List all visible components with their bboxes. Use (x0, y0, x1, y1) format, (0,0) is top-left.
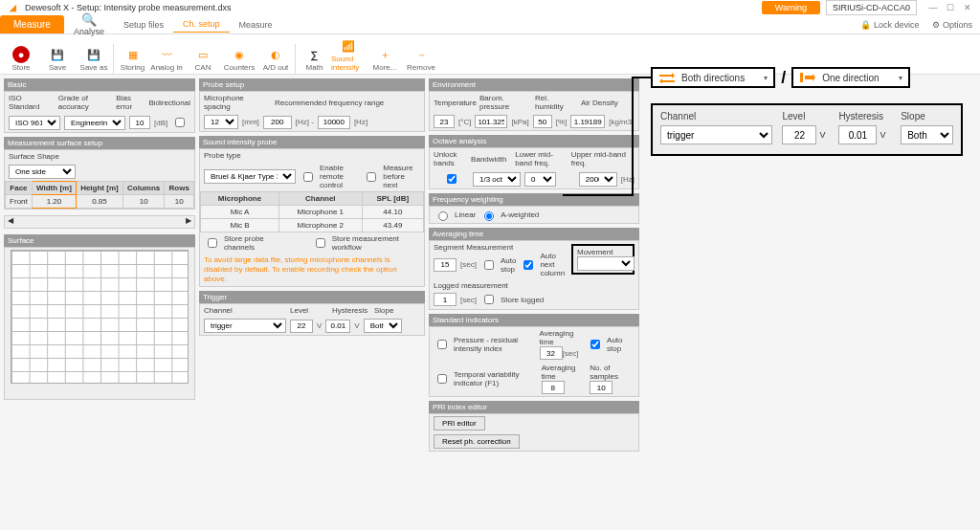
subtab-setup-files[interactable]: Setup files (114, 17, 173, 33)
search-icon: 🔍 (81, 12, 97, 27)
chevron-down-icon: ▾ (899, 74, 902, 82)
callout-hys-input[interactable] (838, 125, 877, 144)
temp-input[interactable] (434, 115, 455, 128)
tool-analog-in[interactable]: 〰Analog in (149, 44, 184, 74)
callout-level-input[interactable] (782, 125, 816, 144)
tool-save[interactable]: 💾Save (40, 44, 75, 74)
probe-type-select[interactable]: Bruel & Kjaer Type 3599 (204, 169, 296, 184)
options-link[interactable]: ⚙ Options (932, 20, 972, 30)
basic-header: Basic (4, 78, 195, 91)
tool-ad-out[interactable]: ◐A/D out (258, 44, 293, 74)
freq-lo-input[interactable] (263, 116, 292, 129)
measure-before-checkbox[interactable] (367, 172, 376, 182)
maximize-icon[interactable]: ☐ (944, 3, 957, 12)
tvi-checkbox[interactable] (437, 374, 447, 384)
bw-select[interactable]: 1/3 octave (473, 172, 521, 187)
trigger-level-input[interactable] (290, 320, 313, 333)
pri-editor-button[interactable]: PRI editor (434, 416, 485, 431)
lock-device-link[interactable]: 🔒 Lock device (860, 20, 919, 30)
device-label[interactable]: SIRIUSi-CD-ACCA0 (826, 0, 917, 15)
press-input[interactable] (475, 115, 507, 128)
std-header: Standard indicators (429, 314, 639, 326)
tool-math[interactable]: ∑Math (295, 44, 329, 74)
bidir-label: Bidirectional (148, 99, 190, 107)
tool-more[interactable]: ＋More... (368, 44, 402, 74)
bias-input[interactable] (129, 116, 150, 129)
grade-select[interactable]: Engineering (64, 116, 125, 130)
app-logo: ◢ (6, 1, 19, 14)
aweighted-radio[interactable] (484, 211, 494, 221)
close-icon[interactable]: ✕ (961, 3, 974, 12)
scroll-left-icon[interactable]: ◀ (5, 216, 16, 228)
freq-hi-input[interactable] (318, 116, 350, 129)
meas-surf-header: Measurement surface setup (4, 137, 195, 149)
autonext-checkbox[interactable] (523, 260, 533, 270)
movement-select[interactable] (577, 256, 635, 271)
dens-input[interactable] (570, 115, 605, 128)
remote-checkbox[interactable] (303, 172, 313, 182)
tab-analyse[interactable]: Analyse (74, 27, 104, 36)
surface-grid (11, 250, 189, 384)
env-header: Environment (429, 78, 639, 91)
subtab-measure[interactable]: Measure (230, 17, 282, 33)
trigger-hys-input[interactable] (325, 320, 350, 333)
both-directions-pill[interactable]: Both directions▾ (651, 67, 775, 88)
bidirectional-checkbox[interactable] (175, 118, 185, 127)
unlock-bands-checkbox[interactable] (447, 174, 457, 184)
std-avg-input[interactable] (540, 346, 563, 360)
std-autostop-checkbox[interactable] (590, 340, 600, 349)
pri-checkbox[interactable] (437, 340, 447, 349)
tab-measure[interactable]: Measure (0, 15, 64, 33)
trigger-slope-select[interactable]: Both (364, 319, 402, 333)
std-avg2-input[interactable] (542, 381, 565, 394)
trigger-detail-panel: Channel trigger Level V Hysteresis V Slo… (651, 103, 963, 156)
store-warning: To avoid large data file, storing microp… (200, 254, 424, 286)
mic-row-a[interactable]: Mic AMicrophone 144.10 (201, 206, 424, 219)
width-cell[interactable]: 1.20 (32, 195, 76, 209)
bias-label: Bias error (116, 94, 145, 111)
trigger-channel-select[interactable]: trigger (204, 319, 286, 333)
chevron-down-icon: ▾ (764, 74, 768, 82)
svg-rect-0 (800, 73, 803, 82)
tool-can[interactable]: ▭CAN (186, 44, 220, 74)
tool-sound-intensity[interactable]: 📶Sound intensity (331, 35, 366, 74)
window-title: Dewesoft X - Setup: Intensity probe meas… (25, 3, 232, 12)
one-direction-icon (799, 71, 816, 84)
std-samples-input[interactable] (590, 381, 612, 394)
linear-radio[interactable] (438, 211, 448, 221)
octave-header: Octave analysis (429, 135, 639, 147)
lo-select[interactable]: 0 (524, 172, 556, 187)
store-workflow-checkbox[interactable] (316, 238, 325, 248)
logged-input[interactable] (434, 293, 457, 306)
tool-storing[interactable]: ▦Storing (113, 44, 147, 74)
tool-counters[interactable]: ◉Counters (222, 44, 256, 74)
reset-ph-button[interactable]: Reset ph. correction (434, 434, 520, 449)
hscrollbar[interactable]: ◀ ▶ (4, 215, 195, 229)
avg-header: Averaging time (429, 228, 639, 240)
shape-select[interactable]: One side (9, 165, 76, 179)
subtab-ch-setup[interactable]: Ch. setup (173, 16, 230, 33)
store-probe-checkbox[interactable] (208, 238, 217, 248)
callout-slope-select[interactable]: Both (901, 125, 953, 144)
iso-select[interactable]: ISO 9614-2 (9, 116, 60, 130)
grade-label: Grade of accuracy (58, 94, 113, 111)
tool-save-as[interactable]: 💾Save as (77, 44, 111, 74)
hum-input[interactable] (533, 115, 552, 128)
seg-time-input[interactable] (434, 258, 457, 272)
mic-row-b[interactable]: Mic BMicrophone 243.49 (201, 219, 424, 232)
pri-header: PRI index editor (429, 401, 639, 413)
minimize-icon[interactable]: — (926, 3, 940, 12)
autostop-checkbox[interactable] (484, 260, 494, 270)
scroll-right-icon[interactable]: ▶ (183, 216, 194, 228)
callout-channel-select[interactable]: trigger (660, 125, 772, 144)
store-logged-checkbox[interactable] (484, 295, 494, 304)
tool-remove[interactable]: －Remove (404, 44, 438, 74)
hi-select[interactable]: 20000 (579, 172, 617, 187)
both-directions-icon (658, 71, 676, 84)
trigger-header: Trigger (199, 291, 425, 303)
spacing-select[interactable]: 12 (204, 115, 238, 129)
width-col-header[interactable]: Width [m] (32, 182, 76, 195)
tool-store[interactable]: ●Store (4, 44, 38, 74)
warning-button[interactable]: Warning (762, 1, 820, 14)
one-direction-pill[interactable]: One direction▾ (791, 67, 909, 88)
